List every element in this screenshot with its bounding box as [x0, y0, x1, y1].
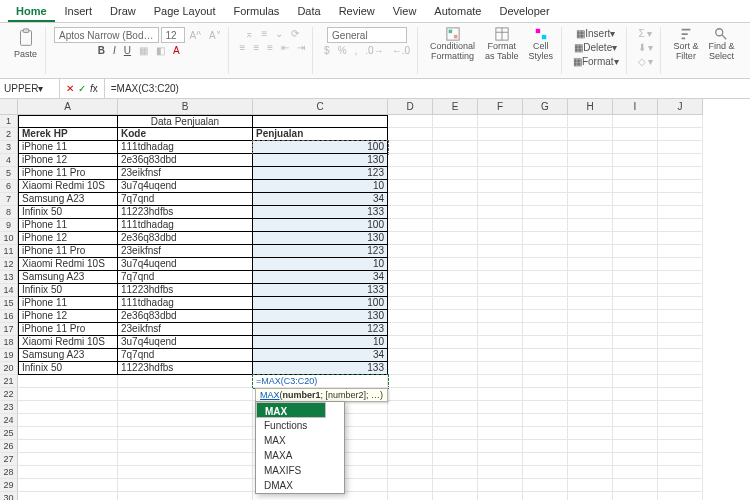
cell[interactable]	[388, 479, 433, 492]
cell[interactable]: 11223hdfbs	[118, 362, 253, 375]
cell[interactable]: 34	[253, 193, 388, 206]
font-name-select[interactable]: Aptos Narrow (Bod…	[54, 27, 158, 43]
increase-font-icon[interactable]: A^	[187, 29, 204, 42]
cell[interactable]	[523, 362, 568, 375]
cell[interactable]	[433, 271, 478, 284]
cell[interactable]	[658, 219, 703, 232]
cell[interactable]	[478, 310, 523, 323]
cell[interactable]	[388, 141, 433, 154]
align-center-icon[interactable]: ≡	[250, 41, 262, 54]
cell-styles-button[interactable]: CellStyles	[524, 27, 557, 61]
cell[interactable]: 11223hdfbs	[118, 206, 253, 219]
cell[interactable]: 133	[253, 284, 388, 297]
cell[interactable]: 34	[253, 271, 388, 284]
cell[interactable]: 3u7q4uqend	[118, 336, 253, 349]
cell[interactable]	[118, 375, 253, 388]
align-bottom-icon[interactable]: ⌄	[272, 27, 286, 40]
cell[interactable]	[388, 375, 433, 388]
cell[interactable]	[613, 336, 658, 349]
cell[interactable]	[433, 284, 478, 297]
cell[interactable]	[433, 115, 478, 128]
cell[interactable]	[433, 479, 478, 492]
cell[interactable]	[613, 219, 658, 232]
cell[interactable]: iPhone 11 Pro	[18, 245, 118, 258]
cell[interactable]	[658, 414, 703, 427]
cell[interactable]	[388, 245, 433, 258]
cell[interactable]	[388, 349, 433, 362]
row-header[interactable]: 17	[0, 323, 18, 336]
cell[interactable]: Infinix 50	[18, 362, 118, 375]
cell[interactable]	[478, 258, 523, 271]
cell[interactable]	[568, 336, 613, 349]
cell[interactable]	[523, 336, 568, 349]
cell[interactable]	[478, 401, 523, 414]
cell[interactable]	[613, 297, 658, 310]
cell[interactable]: Kode	[118, 128, 253, 141]
cell[interactable]	[613, 180, 658, 193]
cell[interactable]	[523, 427, 568, 440]
cell[interactable]	[478, 440, 523, 453]
cell[interactable]	[658, 206, 703, 219]
cell[interactable]	[568, 245, 613, 258]
cell[interactable]	[568, 167, 613, 180]
tab-automate[interactable]: Automate	[426, 2, 489, 22]
cell[interactable]: iPhone 12	[18, 154, 118, 167]
cell[interactable]	[388, 258, 433, 271]
cell[interactable]	[523, 297, 568, 310]
cell[interactable]	[433, 193, 478, 206]
cell[interactable]	[523, 440, 568, 453]
cell[interactable]	[613, 375, 658, 388]
cell[interactable]: 100	[253, 141, 388, 154]
row-header[interactable]: 11	[0, 245, 18, 258]
align-left-icon[interactable]: ≡	[237, 41, 249, 54]
cell[interactable]	[478, 180, 523, 193]
cell[interactable]	[478, 479, 523, 492]
cell[interactable]	[478, 232, 523, 245]
cell[interactable]: Data Penjualan	[118, 115, 253, 128]
cell[interactable]	[658, 271, 703, 284]
cell[interactable]: 34	[253, 349, 388, 362]
popup-item[interactable]: MAXA	[256, 448, 344, 463]
row-header[interactable]: 5	[0, 167, 18, 180]
cell[interactable]	[658, 141, 703, 154]
cell[interactable]	[568, 375, 613, 388]
cell[interactable]: 10	[253, 180, 388, 193]
row-header[interactable]: 14	[0, 284, 18, 297]
col-header[interactable]: F	[478, 99, 523, 115]
cell[interactable]	[658, 479, 703, 492]
cell[interactable]	[613, 245, 658, 258]
cell[interactable]	[388, 297, 433, 310]
row-header[interactable]: 29	[0, 479, 18, 492]
cell[interactable]	[433, 297, 478, 310]
row-header[interactable]: 21	[0, 375, 18, 388]
cell[interactable]	[118, 492, 253, 500]
cell[interactable]	[478, 323, 523, 336]
cell[interactable]	[388, 427, 433, 440]
cell[interactable]	[388, 284, 433, 297]
cell[interactable]: 2e36q83dbd	[118, 154, 253, 167]
cell[interactable]	[478, 414, 523, 427]
cell[interactable]	[433, 180, 478, 193]
cell[interactable]	[568, 141, 613, 154]
fill-color-button[interactable]: ◧	[153, 44, 168, 57]
delete-cells-button[interactable]: ▦ Delete ▾	[570, 41, 622, 54]
cell[interactable]	[613, 401, 658, 414]
cell[interactable]	[523, 115, 568, 128]
insert-cells-button[interactable]: ▦ Insert ▾	[570, 27, 622, 40]
cell[interactable]	[388, 453, 433, 466]
cell[interactable]	[568, 414, 613, 427]
cell[interactable]	[478, 271, 523, 284]
spreadsheet-grid[interactable]: ABCDEFGHIJ 12345678910111213141516171819…	[0, 99, 750, 500]
cell[interactable]	[18, 492, 118, 500]
cell[interactable]	[433, 388, 478, 401]
cell[interactable]	[523, 206, 568, 219]
cell[interactable]: 111tdhadag	[118, 141, 253, 154]
cell[interactable]	[118, 388, 253, 401]
cell[interactable]	[568, 271, 613, 284]
row-header[interactable]: 18	[0, 336, 18, 349]
font-color-button[interactable]: A	[170, 44, 183, 57]
cell[interactable]: Samsung A23	[18, 349, 118, 362]
cell[interactable]: 111tdhadag	[118, 219, 253, 232]
cell[interactable]	[478, 219, 523, 232]
cell[interactable]	[433, 336, 478, 349]
